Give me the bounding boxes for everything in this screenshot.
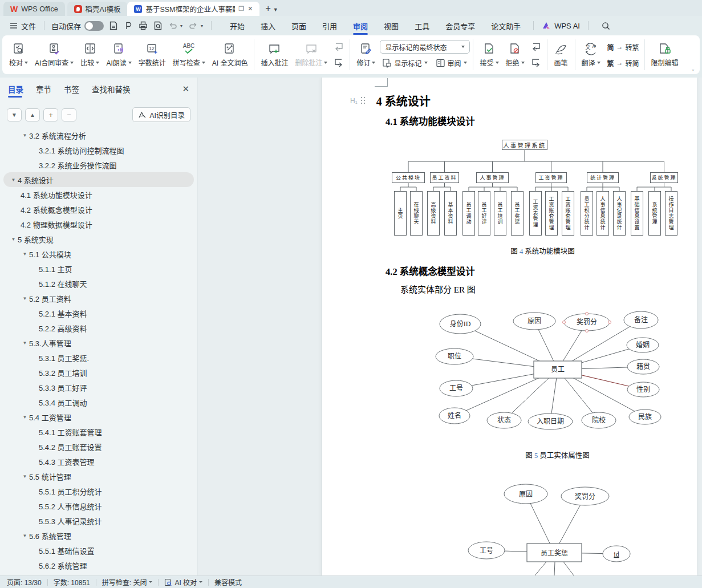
detach-window-icon[interactable]: ❐ xyxy=(238,5,244,13)
toc-item[interactable]: ▼5.2 员工资料 xyxy=(3,291,194,306)
collapse-all-button[interactable]: ▲ xyxy=(25,108,40,121)
ink-pen-button[interactable]: 画笔 xyxy=(550,38,572,71)
er-attr-reason[interactable]: 原因 xyxy=(513,313,555,330)
ai-contract-review-button[interactable]: AI合同审查 xyxy=(31,38,77,71)
toc-item[interactable]: 5.1.1 主页 xyxy=(3,261,194,276)
ribbon-collapse-icon[interactable]: ⌄ xyxy=(691,66,695,72)
er-attr-score[interactable]: 奖罚分 xyxy=(561,487,609,505)
menu-view[interactable]: 视图 xyxy=(376,16,407,35)
word-count-button[interactable]: 12 字数统计 xyxy=(135,38,169,71)
er-attr-jobno[interactable]: 工号 xyxy=(468,542,505,559)
toc-expand-arrow-icon[interactable]: ▼ xyxy=(9,177,18,183)
toc-item[interactable]: 5.3.2 员工培训 xyxy=(3,365,194,380)
toc-item[interactable]: 5.5.1 员工积分统计 xyxy=(3,484,194,498)
er-attr-status[interactable]: 状态 xyxy=(487,412,521,428)
demote-button[interactable]: − xyxy=(62,108,76,121)
er-diagram-employee[interactable]: 身份ID 原因 奖罚分 备注 婚姻 职位 籍贯 工号 性别 姓名 状态 入职日期… xyxy=(417,307,697,448)
sidebar-tab-contents[interactable]: 目录 xyxy=(8,78,23,100)
insert-comment-button[interactable]: 插入批注 xyxy=(257,38,291,71)
toc-expand-arrow-icon[interactable]: ▼ xyxy=(21,252,29,257)
er-attr-reason[interactable]: 原因 xyxy=(504,484,547,504)
toc-item[interactable]: 5.2.2 高级资料 xyxy=(3,321,194,335)
er-attr-hiredate[interactable]: 入职日期 xyxy=(528,413,573,429)
promote-button[interactable]: + xyxy=(43,108,58,121)
er-attr-marriage[interactable]: 婚姻 xyxy=(627,338,659,352)
toc-expand-arrow-icon[interactable]: ▼ xyxy=(9,237,18,242)
toc-item[interactable]: 3.2.1 系统访问控制流程图 xyxy=(3,143,194,157)
toc-expand-arrow-icon[interactable]: ▼ xyxy=(21,533,29,538)
delete-comment-button[interactable]: 删除批注 xyxy=(291,38,331,71)
toc-item[interactable]: 5.2.1 基本资料 xyxy=(3,306,194,321)
er-entity-employee[interactable]: 员工 xyxy=(534,361,582,378)
tab-docer-ai[interactable]: 稻壳AI模板 xyxy=(67,2,128,16)
toc-expand-arrow-icon[interactable]: ▼ xyxy=(21,474,29,479)
track-changes-button[interactable]: 修订 xyxy=(353,38,379,71)
toc-expand-arrow-icon[interactable]: ▼ xyxy=(21,296,29,301)
close-tab-icon[interactable]: ✕ xyxy=(247,5,253,13)
toc-expand-arrow-icon[interactable]: ▼ xyxy=(21,340,29,346)
er-attr-hometown[interactable]: 籍贯 xyxy=(627,359,659,374)
save-button[interactable] xyxy=(106,19,121,33)
menu-reference[interactable]: 引用 xyxy=(314,16,345,35)
tab-wps-office[interactable]: W WPS Office xyxy=(3,2,65,16)
toc-item[interactable]: 5.6.2 系统管理 xyxy=(3,558,194,573)
restrict-editing-button[interactable]: 限制编辑 xyxy=(648,38,682,71)
next-change-button[interactable] xyxy=(529,56,543,70)
to-traditional-button[interactable]: 简→ 转繁 xyxy=(605,40,642,54)
er-attr-idcard[interactable]: 身份ID xyxy=(440,314,481,334)
to-simplified-button[interactable]: 繁→ 转简 xyxy=(605,56,642,70)
tab-list-chevron-icon[interactable]: ▼ xyxy=(273,7,278,13)
accept-change-button[interactable]: 接受 xyxy=(476,38,502,71)
er-attr-name[interactable]: 姓名 xyxy=(439,408,470,424)
toc-item[interactable]: ▼5.6 系统管理 xyxy=(3,528,194,543)
toc-item[interactable]: 4.1 系统功能模块设计 xyxy=(3,187,194,202)
export-pdf-button[interactable] xyxy=(121,19,136,33)
undo-history-chevron-icon[interactable]: ▾ xyxy=(180,23,186,29)
sidebar-tab-find-replace[interactable]: 查找和替换 xyxy=(92,78,131,100)
menu-review[interactable]: 审阅 xyxy=(345,16,376,35)
menu-member[interactable]: 会员专享 xyxy=(437,16,483,35)
reject-change-button[interactable]: 拒绝 xyxy=(502,38,528,71)
search-icon[interactable] xyxy=(599,19,614,33)
quick-access-chevron-icon[interactable]: ▾ xyxy=(201,23,206,29)
toc-item[interactable]: ▼5.4 工资管理 xyxy=(3,409,194,424)
sidebar-tab-bookmarks[interactable]: 书签 xyxy=(64,78,79,100)
toc-item[interactable]: ▼5 系统实现 xyxy=(3,232,194,246)
autosave-toggle[interactable] xyxy=(84,21,104,31)
ai-polish-button[interactable]: AI 全文润色 xyxy=(209,38,251,71)
function-module-orgchart[interactable]: 人事管理系统公共模块主页在线聊天员工资料高级资料基本资料人事管理员工调动员工好评… xyxy=(387,137,697,247)
paragraph-drag-handle-icon[interactable] xyxy=(361,97,366,105)
toc-item[interactable]: ▼4 系统设计 xyxy=(3,172,194,187)
toc-item[interactable]: 4.2 物理数据模型设计 xyxy=(3,217,194,232)
new-tab-button[interactable]: + xyxy=(265,3,270,14)
sidebar-close-icon[interactable]: ✕ xyxy=(182,84,189,94)
menu-page[interactable]: 页面 xyxy=(283,16,314,35)
er-attr-note[interactable]: 备注 xyxy=(624,311,658,329)
toc-expand-arrow-icon[interactable]: ▼ xyxy=(21,133,29,138)
print-preview-button[interactable] xyxy=(151,19,165,33)
er-attr-score-selected[interactable]: 奖罚分 xyxy=(563,313,611,332)
er-diagram-reward[interactable]: 原因 奖罚分 工号 id 员工奖惩 xyxy=(417,478,697,575)
toc-item[interactable]: 5.5.1 基础信设置 xyxy=(3,543,194,558)
ai-proofread-status[interactable]: AI 校对 xyxy=(164,577,202,587)
toc-item[interactable]: 5.4.2 员工账套设置 xyxy=(3,439,194,454)
toc-item[interactable]: 5.4.1 工资账套管理 xyxy=(3,424,194,439)
er-attr-id[interactable]: id xyxy=(603,546,630,562)
er-attr-position[interactable]: 职位 xyxy=(436,348,473,364)
toc-item[interactable]: 5.5.3 人事记录统计 xyxy=(3,513,194,528)
show-markup-button[interactable]: 显示标记 xyxy=(380,56,429,70)
toc-expand-arrow-icon[interactable]: ▼ xyxy=(21,415,29,420)
er-attr-nation[interactable]: 民族 xyxy=(629,409,661,424)
previous-change-button[interactable] xyxy=(529,40,543,54)
proofread-button[interactable]: 校对 xyxy=(6,38,31,71)
tab-document-active[interactable]: W 基于SSM框架的企业人事薪酬 ❐ ✕ xyxy=(127,2,259,16)
menu-paper-assistant[interactable]: 论文助手 xyxy=(483,16,529,35)
review-pane-button[interactable]: 审阅 xyxy=(433,56,469,70)
toc-item[interactable]: 5.4.3 工资表管理 xyxy=(3,454,194,469)
sidebar-tab-chapters[interactable]: 章节 xyxy=(36,78,51,100)
next-comment-button[interactable] xyxy=(332,56,346,70)
undo-button[interactable] xyxy=(165,19,180,33)
spellcheck-status[interactable]: 拼写检查: 关闭 xyxy=(102,577,153,587)
compare-button[interactable]: 比较 xyxy=(77,38,103,71)
toc-item[interactable]: 5.3.4 员工调动 xyxy=(3,395,194,409)
